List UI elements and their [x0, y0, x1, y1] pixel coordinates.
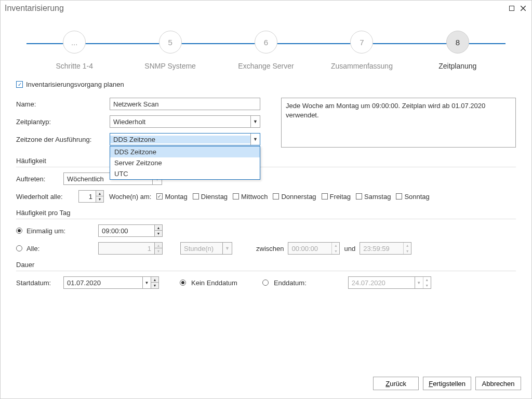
wizard-window: Inventarisierung ... Schritte 1-4 5 SNMP…: [0, 0, 532, 399]
day-sat-checkbox[interactable]: [356, 193, 362, 200]
plan-checkbox-label: Inventarisierungsvorgang planen: [26, 81, 124, 88]
no-enddate-label: Kein Enddatum: [191, 279, 237, 287]
startdate-label: Startdatum:: [16, 279, 58, 287]
chevron-down-icon: ▼: [250, 116, 260, 127]
every-label: Alle:: [26, 245, 94, 252]
weeks-on-label: Woche(n) am:: [109, 193, 151, 201]
stepper: ... Schritte 1-4 5 SNMP Systeme 6 Exchan…: [1, 16, 531, 75]
every-unit-combo: Stunde(n) ▼: [180, 242, 232, 255]
spin-down-icon: ▼: [155, 248, 162, 254]
step-scheduling[interactable]: 8 Zeitplanung: [410, 31, 506, 70]
duration-header: Dauer: [16, 261, 516, 269]
scheduletype-combo[interactable]: Wiederholt ▼: [110, 115, 260, 128]
name-label: Name:: [16, 100, 110, 108]
startdate-input[interactable]: 01.07.2020 ▼ ▲▼: [63, 276, 159, 289]
day-thu-checkbox[interactable]: [273, 193, 279, 200]
step-snmp[interactable]: 5 SNMP Systeme: [122, 31, 218, 70]
spin-down-icon[interactable]: ▼: [155, 231, 162, 236]
day-mon-checkbox[interactable]: ✓: [156, 193, 163, 200]
occur-label: Auftreten:: [16, 175, 58, 183]
maximize-icon[interactable]: [508, 4, 516, 12]
timezone-label: Zeitzone der Ausführung:: [16, 136, 110, 143]
chevron-down-icon: ▼: [250, 134, 260, 145]
between-end-input: 23:59:59 ▲▼: [360, 242, 411, 255]
enddate-label: Enddatum:: [274, 279, 307, 287]
day-sun-checkbox[interactable]: [396, 193, 402, 200]
day-fri-checkbox[interactable]: [322, 193, 328, 200]
and-label: und: [344, 245, 355, 252]
chevron-down-icon: ▼: [222, 243, 232, 254]
once-label: Einmalig um:: [26, 227, 94, 235]
frequency-header: Häufigkeit: [16, 157, 516, 165]
timezone-combo[interactable]: DDS Zeitzone ▼ DDS Zeitzone Server Zeitz…: [110, 133, 260, 145]
spin-up-icon[interactable]: ▲: [155, 225, 162, 231]
chevron-down-icon[interactable]: ▼: [142, 277, 151, 288]
name-input[interactable]: Netzwerk Scan: [110, 98, 260, 110]
svg-rect-0: [510, 6, 514, 11]
between-start-input: 00:00:00 ▲▼: [288, 242, 340, 255]
chevron-down-icon: ▼: [415, 277, 423, 288]
no-enddate-radio[interactable]: [180, 280, 186, 286]
repeat-label: Wiederholt alle:: [16, 193, 73, 201]
timezone-option-utc[interactable]: UTC: [110, 168, 260, 179]
enddate-radio[interactable]: [262, 280, 269, 286]
summary-box: Jede Woche am Montag um 09:00:00. Zeitpl…: [281, 98, 516, 148]
once-radio[interactable]: [16, 228, 22, 234]
day-tue-checkbox[interactable]: [193, 193, 199, 200]
every-spinner: 1 ▲▼: [98, 242, 163, 255]
once-time-input[interactable]: 09:00:00 ▲▼: [98, 224, 163, 237]
cancel-button[interactable]: Abbrechen: [475, 377, 521, 390]
finish-button[interactable]: Fertigstellen: [423, 377, 471, 390]
timezone-dropdown: DDS Zeitzone Server Zeitzone UTC: [110, 146, 260, 180]
step-exchange[interactable]: 6 Exchange Server: [218, 31, 314, 70]
spin-up-icon: ▲: [155, 243, 162, 248]
window-title: Inventarisierung: [5, 4, 64, 13]
repeat-spinner[interactable]: 1 ▲▼: [78, 190, 104, 203]
back-button[interactable]: Zurück: [373, 377, 419, 390]
close-icon[interactable]: [519, 4, 527, 12]
freq-per-day-header: Häufigkeit pro Tag: [16, 209, 516, 217]
between-label: zwischen: [256, 245, 284, 252]
step-1-4[interactable]: ... Schritte 1-4: [26, 31, 122, 70]
spin-up-icon[interactable]: ▲: [96, 191, 103, 196]
titlebar: Inventarisierung: [1, 1, 531, 16]
spin-down-icon[interactable]: ▼: [96, 196, 103, 202]
every-radio[interactable]: [16, 245, 22, 251]
day-wed-checkbox[interactable]: [233, 193, 239, 200]
enddate-input: 24.07.2020 ▼ ▲▼: [348, 276, 431, 289]
scheduletype-label: Zeitplantyp:: [16, 118, 110, 126]
timezone-option-server[interactable]: Server Zeitzone: [110, 157, 260, 168]
plan-checkbox[interactable]: ✓: [16, 81, 23, 88]
step-summary[interactable]: 7 Zusammenfassung: [314, 31, 409, 70]
timezone-option-dds[interactable]: DDS Zeitzone: [110, 147, 260, 157]
